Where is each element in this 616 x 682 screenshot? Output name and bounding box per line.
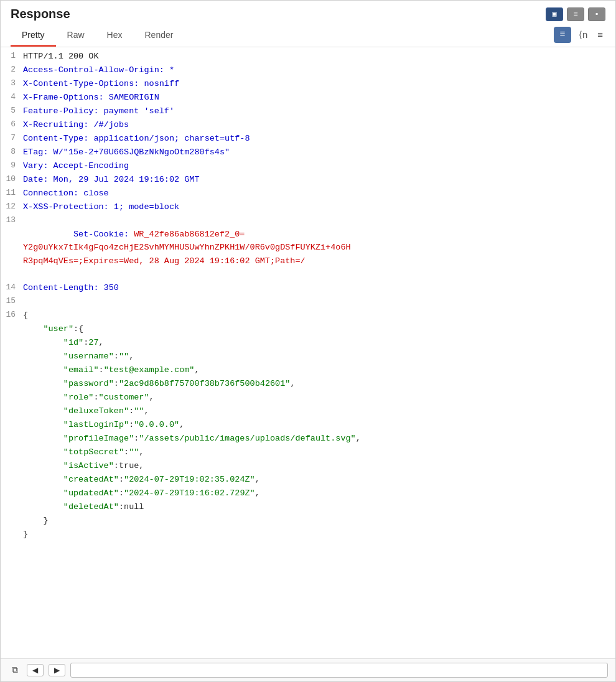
line-text: "deletedAt":null (23, 500, 615, 514)
cookie-header-label: Set-Cookie: (73, 230, 134, 239)
code-line: "user":{ (1, 322, 615, 336)
line-text: "username":"", (23, 350, 615, 363)
copy-icon-btn[interactable]: ⧉ (8, 663, 22, 677)
code-block: 1 HTTP/1.1 200 OK 2 Access-Control-Allow… (1, 47, 615, 544)
code-line: "createdAt":"2024-07-29T19:02:35.024Z", (1, 473, 615, 487)
grid-icon: ▣ (552, 9, 556, 19)
code-line: 5 Feature-Policy: payment 'self' (1, 105, 615, 118)
line-text: X-Content-Type-Options: nosniff (23, 77, 615, 91)
line-number (1, 432, 23, 446)
line-number: 7 (1, 132, 23, 146)
code-line: "isActive":true, (1, 459, 615, 473)
line-number (1, 377, 23, 391)
tab-raw[interactable]: Raw (56, 25, 96, 47)
line-number (1, 500, 23, 514)
tab-hex[interactable]: Hex (96, 25, 134, 47)
line-number: 14 (1, 281, 23, 295)
view-toggle-btn-2[interactable]: ≡ (567, 7, 584, 21)
line-number (1, 446, 23, 459)
code-line: 7 Content-Type: application/json; charse… (1, 132, 615, 146)
code-line: 13 Set-Cookie: WR_42fe86ab86812ef2_0= Y2… (1, 214, 615, 281)
code-line: 12 X-XSS-Protection: 1; mode=block (1, 200, 615, 214)
tab-render[interactable]: Render (134, 25, 185, 47)
line-number (1, 336, 23, 350)
code-line: 3 X-Content-Type-Options: nosniff (1, 77, 615, 91)
line-number (1, 350, 23, 363)
code-line: "role":"customer", (1, 391, 615, 404)
line-number (1, 473, 23, 487)
code-line: "id":27, (1, 336, 615, 350)
line-number: 12 (1, 200, 23, 214)
line-text: X-Frame-Options: SAMEORIGIN (23, 91, 615, 105)
format-icon-btn[interactable]: ≡ (554, 27, 571, 43)
view-toggle-btn-3[interactable]: ▪ (588, 7, 605, 21)
line-text: "email":"test@example.com", (23, 363, 615, 377)
code-line: 6 X-Recruiting: /#/jobs (1, 118, 615, 132)
line-number (1, 391, 23, 404)
code-line: 14 Content-Length: 350 (1, 281, 615, 295)
line-text: "user":{ (23, 322, 615, 336)
code-line: 4 X-Frame-Options: SAMEORIGIN (1, 91, 615, 105)
menu-toggle[interactable]: ≡ (595, 28, 605, 41)
line-text: "password":"2ac9d86b8f75700f38b736f500b4… (23, 377, 615, 391)
line-text: Connection: close (23, 187, 615, 200)
code-line: 16 { (1, 309, 615, 322)
tab-controls: ≡ ⟨n ≡ (554, 27, 605, 43)
line-text: Access-Control-Allow-Origin: * (23, 63, 615, 77)
code-line: 15 (1, 295, 615, 309)
dot-icon: ▪ (594, 10, 599, 19)
cookie-value: WR_42fe86ab86812ef2_0= Y2g0uYkx7tIk4gFqo… (23, 230, 351, 266)
search-input[interactable] (70, 663, 608, 678)
prev-button[interactable]: ◀ (27, 664, 44, 676)
line-number: 6 (1, 118, 23, 132)
tab-pretty[interactable]: Pretty (11, 25, 56, 47)
code-line: "lastLoginIp":"0.0.0.0", (1, 418, 615, 432)
line-text: Set-Cookie: WR_42fe86ab86812ef2_0= Y2g0u… (23, 214, 615, 281)
panel-header: Response ▣ ≡ ▪ (1, 1, 615, 21)
format-icon: ≡ (559, 29, 565, 40)
code-line: "deluxeToken":"", (1, 404, 615, 418)
code-line: 2 Access-Control-Allow-Origin: * (1, 63, 615, 77)
code-line: } (1, 528, 615, 541)
line-number: 4 (1, 91, 23, 105)
line-number (1, 322, 23, 336)
line-text: Content-Length: 350 (23, 281, 615, 295)
response-content[interactable]: 1 HTTP/1.1 200 OK 2 Access-Control-Allow… (1, 47, 615, 658)
header-controls: ▣ ≡ ▪ (546, 7, 605, 21)
ln-toggle[interactable]: ⟨n (576, 28, 590, 42)
line-number: 3 (1, 77, 23, 91)
line-text: "role":"customer", (23, 391, 615, 404)
line-text: "deluxeToken":"", (23, 404, 615, 418)
code-line: 9 Vary: Accept-Encoding (1, 159, 615, 173)
line-number: 11 (1, 187, 23, 200)
line-text: "lastLoginIp":"0.0.0.0", (23, 418, 615, 432)
line-number (1, 363, 23, 377)
line-number (1, 514, 23, 528)
line-number: 9 (1, 159, 23, 173)
line-text: ETag: W/"15e-2+70U66SJQBzNkNgoOtm280fs4s… (23, 146, 615, 159)
line-number (1, 404, 23, 418)
line-text: "totpSecret":"", (23, 446, 615, 459)
line-text: "id":27, (23, 336, 615, 350)
line-text: "profileImage":"/assets/public/images/up… (23, 432, 615, 446)
next-button[interactable]: ▶ (49, 664, 65, 676)
line-number: 5 (1, 105, 23, 118)
line-text: Feature-Policy: payment 'self' (23, 105, 615, 118)
line-text: Date: Mon, 29 Jul 2024 19:16:02 GMT (23, 173, 615, 187)
line-text: { (23, 309, 615, 322)
line-text: } (23, 514, 615, 528)
panel-title: Response (11, 7, 70, 21)
view-toggle-btn-1[interactable]: ▣ (546, 7, 563, 21)
code-line: 8 ETag: W/"15e-2+70U66SJQBzNkNgoOtm280fs… (1, 146, 615, 159)
line-text: X-Recruiting: /#/jobs (23, 118, 615, 132)
line-number: 10 (1, 173, 23, 187)
line-text: X-XSS-Protection: 1; mode=block (23, 200, 615, 214)
line-number (1, 418, 23, 432)
line-number (1, 528, 23, 541)
line-number: 16 (1, 309, 23, 322)
line-number: 13 (1, 214, 23, 227)
line-number (1, 459, 23, 473)
line-text: "isActive":true, (23, 459, 615, 473)
code-line: "deletedAt":null (1, 500, 615, 514)
code-line: } (1, 514, 615, 528)
